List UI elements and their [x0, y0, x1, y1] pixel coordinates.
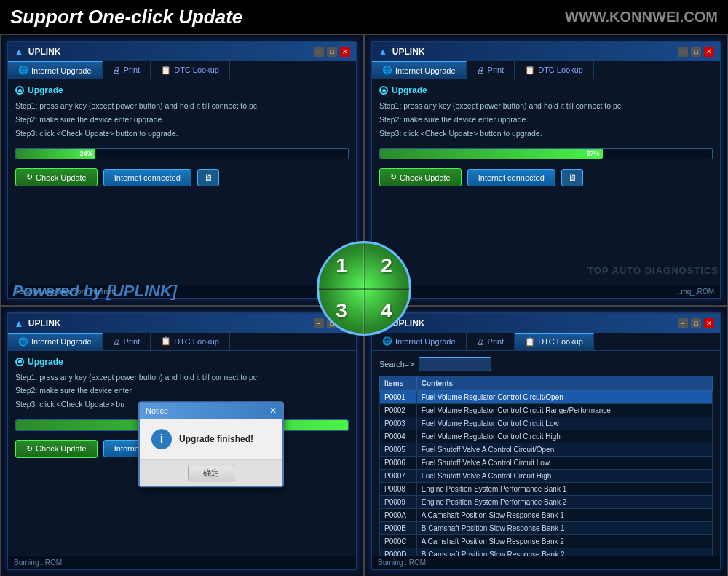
tab-print-4[interactable]: 🖨 Print	[467, 333, 515, 350]
search-label: Search=>	[379, 360, 414, 368]
maximize-btn-1[interactable]: □	[327, 47, 337, 57]
dtc-table: Items Contents P0001Fuel Volume Regulato…	[379, 376, 713, 556]
dtc-desc: Engine Position System Performance Bank …	[416, 482, 712, 495]
titlebar-1: ▲ UPLINK − □ ✕	[8, 42, 356, 61]
center-divider-horizontal	[319, 288, 409, 290]
uplink-icon-2: ▲	[378, 46, 388, 58]
window-controls-2: − □ ✕	[678, 47, 714, 57]
step3-2: Step3: click <Check Update> button to up…	[379, 127, 713, 140]
tab-print-3[interactable]: 🖨 Print	[103, 333, 151, 350]
globe-icon-4: 🌐	[382, 336, 392, 346]
dtc-desc: Fuel Volume Regulator Control Circuit/Op…	[416, 390, 712, 403]
dtc-desc: B Camshaft Position Slow Response Bank 1	[416, 521, 712, 534]
tab-dtc-4[interactable]: 📋 DTC Lookup	[515, 333, 594, 350]
tab-print-1[interactable]: 🖨 Print	[103, 61, 151, 79]
table-row: P0002Fuel Volume Regulator Control Circu…	[380, 403, 713, 417]
dtc-desc: Fuel Volume Regulator Control Circuit Lo…	[416, 417, 712, 430]
tab-internet-upgrade-4[interactable]: 🌐 Internet Upgrade	[372, 333, 467, 350]
notice-info-icon: i	[151, 429, 172, 449]
globe-icon-2: 🌐	[382, 66, 392, 75]
progress-track-2: 67%	[379, 148, 713, 159]
titlebar-2: ▲ UPLINK − □ ✕	[372, 42, 720, 61]
dtc-table-body: P0001Fuel Volume Regulator Control Circu…	[380, 390, 713, 556]
internet-connected-btn-2[interactable]: Internet connected	[467, 169, 555, 186]
internet-connected-btn-1[interactable]: Internet connected	[103, 169, 191, 186]
step3-1: Step3: click <Check Update> button to up…	[15, 127, 349, 140]
window-content-2: Upgrade Step1: press any key (except pow…	[372, 79, 720, 285]
maximize-btn-2[interactable]: □	[691, 47, 701, 57]
tab-dtc-2[interactable]: 📋 DTC Lookup	[515, 61, 594, 79]
btn-row-2: ↻ Check Update Internet connected 🖥	[379, 168, 713, 186]
tab-internet-upgrade-1[interactable]: 🌐 Internet Upgrade	[8, 61, 103, 79]
dtc-desc: Fuel Volume Regulator Control Circuit Hi…	[416, 430, 712, 443]
screen-btn-2[interactable]: 🖥	[561, 169, 583, 186]
notice-footer: 确定	[140, 459, 282, 486]
window-content-4: Search=> Items Contents P0001Fuel Volume…	[372, 351, 720, 556]
window-content-3: Upgrade Step1: press any key (except pow…	[8, 351, 356, 556]
dtc-desc: Fuel Shutoff Valve A Control Circuit/Ope…	[416, 443, 712, 456]
dtc-code: P0009	[380, 495, 417, 508]
notice-ok-button[interactable]: 确定	[188, 465, 234, 481]
table-row: P0007Fuel Shutoff Valve A Control Circui…	[380, 469, 713, 482]
search-input[interactable]	[419, 357, 491, 371]
upgrade-circle-icon-3	[15, 358, 24, 366]
progress-label-1: 24%	[79, 150, 92, 157]
table-row: P000CA Camshaft Position Slow Response B…	[380, 534, 713, 548]
table-row: P0005Fuel Shutoff Valve A Control Circui…	[380, 443, 713, 456]
upgrade-circle-icon-2	[379, 86, 388, 95]
table-row: P0004Fuel Volume Regulator Control Circu…	[380, 430, 713, 443]
progress-container-2: 67%	[379, 148, 713, 159]
tab-internet-upgrade-3[interactable]: 🌐 Internet Upgrade	[8, 333, 103, 350]
check-update-btn-2[interactable]: ↻ Check Update	[379, 168, 462, 186]
window-controls-1: − □ ✕	[314, 47, 350, 57]
dtc-icon-2: 📋	[525, 66, 535, 75]
notice-title: Notice	[146, 406, 168, 415]
table-row: P0003Fuel Volume Regulator Control Circu…	[380, 417, 713, 430]
quadrant-3: ▲ UPLINK − □ ✕ 🌐 Internet Upgrade 🖨 Prin…	[0, 306, 364, 577]
dtc-desc: A Camshaft Position Slow Response Bank 1	[416, 508, 712, 521]
print-icon-1: 🖨	[113, 66, 121, 74]
dtc-code: P0005	[380, 443, 417, 456]
print-icon-2: 🖨	[477, 66, 485, 74]
upgrade-title-1: Upgrade	[15, 85, 349, 95]
refresh-icon-3: ↻	[26, 444, 33, 454]
dtc-code: P0003	[380, 417, 417, 430]
close-btn-2[interactable]: ✕	[704, 47, 714, 57]
dtc-code: P000D	[380, 548, 417, 556]
minimize-btn-1[interactable]: −	[314, 47, 324, 57]
minimize-btn-2[interactable]: −	[678, 47, 688, 57]
maximize-btn-4[interactable]: □	[691, 318, 701, 328]
table-row: P0001Fuel Volume Regulator Control Circu…	[380, 390, 713, 403]
tab-print-2[interactable]: 🖨 Print	[467, 61, 515, 79]
tab-dtc-3[interactable]: 📋 DTC Lookup	[151, 333, 230, 350]
step2-3: Step2: make sure the device enter	[15, 384, 349, 397]
check-update-btn-3[interactable]: ↻ Check Update	[15, 440, 98, 458]
tab-dtc-1[interactable]: 📋 DTC Lookup	[151, 61, 230, 79]
close-btn-4[interactable]: ✕	[704, 318, 714, 328]
tab-bar-2: 🌐 Internet Upgrade 🖨 Print 📋 DTC Lookup	[372, 61, 720, 79]
progress-container-1: 24%	[15, 148, 349, 159]
tab-internet-upgrade-2[interactable]: 🌐 Internet Upgrade	[372, 61, 467, 79]
dtc-desc: Engine Position System Performance Bank …	[416, 495, 712, 508]
table-row: P0009Engine Position System Performance …	[380, 495, 713, 508]
screen-btn-1[interactable]: 🖥	[197, 169, 219, 186]
print-icon-4: 🖨	[477, 337, 485, 346]
minimize-btn-3[interactable]: −	[314, 318, 324, 328]
table-row: P000DB Camshaft Position Slow Response B…	[380, 548, 713, 556]
status-bar-3: Burning : ROM	[8, 556, 356, 569]
status-text-4: Burning : ROM	[378, 559, 426, 567]
brand-text: WWW.KONNWEI.COM	[565, 9, 718, 25]
notice-dialog: Notice ✕ i Upgrade finished! 确定	[138, 401, 284, 487]
col-contents: Contents	[416, 376, 712, 390]
table-row: P0008Engine Position System Performance …	[380, 482, 713, 495]
check-update-btn-1[interactable]: ↻ Check Update	[15, 168, 98, 186]
table-row: P000BB Camshaft Position Slow Response B…	[380, 521, 713, 534]
notice-close-btn[interactable]: ✕	[269, 406, 277, 416]
globe-icon-1: 🌐	[18, 66, 28, 75]
dtc-desc: B Camshaft Position Slow Response Bank 2	[416, 548, 712, 556]
close-btn-1[interactable]: ✕	[340, 47, 350, 57]
step1-1: Step1: press any key (except power butto…	[15, 100, 349, 112]
minimize-btn-4[interactable]: −	[678, 318, 688, 328]
globe-icon-3: 🌐	[18, 337, 28, 347]
titlebar-4: ▲ UPLINK − □ ✕	[372, 314, 720, 333]
